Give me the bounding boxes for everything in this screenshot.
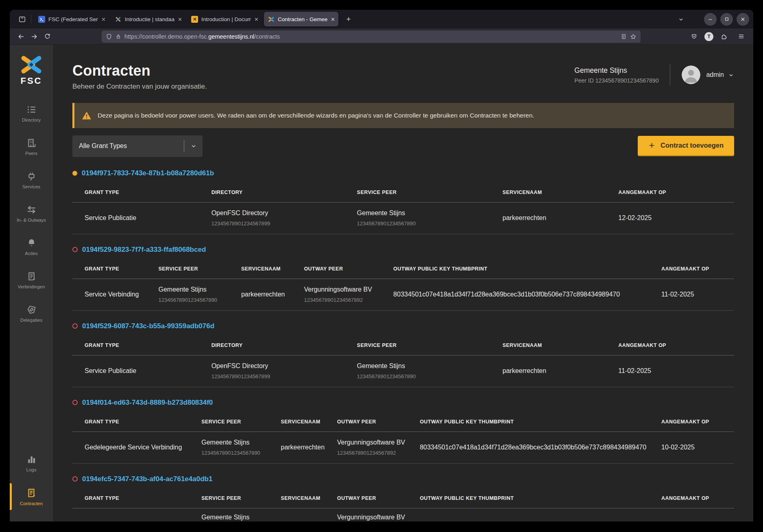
- cell-main: Service Publicatie: [85, 367, 207, 375]
- extensions-puzzle-icon[interactable]: [717, 31, 730, 43]
- column-header: SERVICENAAM: [241, 259, 304, 279]
- back-button[interactable]: [15, 31, 28, 43]
- page-header-right: Gemeente Stijns Peer ID 1234567890123456…: [574, 64, 734, 85]
- url-bar[interactable]: https://controller.demo.open-fsc.gemeent…: [102, 31, 641, 43]
- forward-button[interactable]: [28, 31, 41, 43]
- tab-contracten-active[interactable]: Contracten - Gemeente S: [264, 12, 338, 26]
- column-header: AANGEMAAKT OP: [661, 488, 734, 508]
- lock-icon[interactable]: [116, 34, 121, 39]
- tab-documentation[interactable]: Introduction | Documenta: [187, 12, 262, 26]
- reload-button[interactable]: [41, 31, 54, 43]
- table-row[interactable]: Gedelegeerde Service Verbinding Gemeente…: [72, 432, 734, 463]
- sidebar-item-delegaties[interactable]: Delegaties: [10, 297, 53, 330]
- contract-id-link[interactable]: 0194f529-6087-743c-b55a-99359adb076d: [82, 322, 214, 330]
- cell-main: Service Publicatie: [85, 214, 207, 222]
- contract-id-link[interactable]: 0194efc5-7347-743b-af04-ac761e4a0db1: [82, 475, 212, 483]
- tab-fsc-docs[interactable]: FSC (Federated Service C: [35, 12, 109, 26]
- url-text[interactable]: https://controller.demo.open-fsc.gemeent…: [124, 33, 617, 40]
- firefox-view-button[interactable]: [15, 13, 28, 26]
- bell-icon: [26, 238, 37, 248]
- minimize-button[interactable]: [704, 13, 717, 26]
- page-subtitle: Beheer de Contracten van jouw organisati…: [72, 83, 207, 91]
- avatar[interactable]: [682, 65, 700, 84]
- account-badge[interactable]: T: [704, 32, 713, 41]
- cell-main: Gemeente Stijns: [201, 439, 277, 446]
- pocket-icon[interactable]: [687, 31, 700, 43]
- page-header: Contracten Beheer de Contracten van jouw…: [72, 63, 734, 91]
- chevron-down-icon: [678, 16, 684, 22]
- contract-id-link[interactable]: 0194f971-7833-743e-87b1-b08a7280d61b: [82, 169, 214, 177]
- sidebar-item-logs[interactable]: Logs: [10, 447, 53, 480]
- contract-id-link[interactable]: 0194f014-ed63-743d-8889-b273d80834f0: [82, 399, 213, 407]
- tab-standaard-nl[interactable]: Introductie | standaard.nl: [111, 12, 185, 26]
- window-controls: [678, 13, 749, 26]
- sidebar-item-in-outways[interactable]: In- & Outways: [10, 197, 53, 230]
- bookmark-star-icon[interactable]: [630, 33, 637, 40]
- sidebar-item-peers[interactable]: Peers: [10, 130, 53, 164]
- column-header: GRANT TYPE: [72, 259, 159, 279]
- fsc-logo[interactable]: FSC: [20, 55, 43, 86]
- column-header: GRANT TYPE: [72, 488, 201, 508]
- cell-sub: 12345678901234567890: [201, 450, 277, 456]
- column-header: SERVICE PEER: [201, 488, 281, 508]
- shield-icon[interactable]: [106, 33, 112, 40]
- user-menu[interactable]: admin: [706, 71, 734, 78]
- cell-main: 12-02-2025: [618, 214, 730, 222]
- table-row[interactable]: Gemeente Stijns Vergunningsoftware BV: [72, 508, 734, 521]
- table-row[interactable]: Service Verbinding Gemeente Stijns123456…: [72, 279, 734, 310]
- sidebar-item-label: Verbindingen: [17, 284, 45, 289]
- contract-section: 0194efc5-7347-743b-af04-ac761e4a0db1 GRA…: [72, 475, 734, 521]
- list-all-tabs-button[interactable]: [678, 16, 684, 22]
- sidebar-item-contracten[interactable]: Contracten: [10, 480, 53, 513]
- cell-main: parkeerrechten: [503, 214, 615, 222]
- grant-type-dropdown[interactable]: Alle Grant Types: [72, 135, 203, 157]
- sidebar-nav: Directory Peers Services In- & Outways A…: [10, 97, 53, 330]
- add-contract-label: Contract toevoegen: [661, 142, 724, 149]
- new-tab-button[interactable]: [342, 13, 355, 26]
- column-header: AANGEMAAKT OP: [618, 335, 734, 355]
- tab-close-icon[interactable]: [178, 17, 182, 22]
- cell-sub: 12345678901234567890: [357, 373, 499, 379]
- plus-icon: [346, 16, 351, 22]
- cell-main: Gemeente Stijns: [201, 514, 277, 521]
- warning-triangle-icon: [82, 111, 92, 120]
- sidebar-item-directory[interactable]: Directory: [10, 97, 53, 130]
- contract-head: 0194efc5-7347-743b-af04-ac761e4a0db1: [72, 475, 734, 483]
- sidebar-item-label: Acties: [25, 251, 37, 256]
- contract-document-icon: [26, 488, 37, 498]
- sidebar-item-services[interactable]: Services: [10, 164, 53, 197]
- contract-head: 0194f971-7833-743e-87b1-b08a7280d61b: [72, 169, 734, 177]
- sidebar-item-label: Services: [22, 184, 40, 189]
- cell-main: Gedelegeerde Service Verbinding: [85, 444, 197, 451]
- status-inactive-icon: [72, 476, 78, 482]
- page-content: FSC Directory Peers Services In- & Out: [10, 45, 753, 521]
- tab-close-icon[interactable]: [331, 17, 335, 22]
- cell-main: parkeerrechten: [281, 444, 333, 451]
- sidebar-item-verbindingen[interactable]: Verbindingen: [10, 264, 53, 297]
- tab-close-icon[interactable]: [101, 17, 106, 22]
- column-header: OUTWAY PUBLIC KEY THUMBPRINT: [420, 488, 661, 508]
- maximize-button[interactable]: [720, 13, 733, 26]
- column-header: OUTWAY PUBLIC KEY THUMBPRINT: [420, 412, 661, 432]
- fsc-favicon-icon: [268, 16, 275, 23]
- contract-id-link[interactable]: 0194f529-9823-7f7f-a333-ffaf8068bced: [82, 246, 206, 254]
- url-prefix: https://controller.demo.open-fsc.: [124, 33, 208, 40]
- menu-hamburger-icon[interactable]: [735, 31, 748, 43]
- close-window-button[interactable]: [737, 13, 749, 26]
- table-header-row: GRANT TYPE SERVICE PEER SERVICENAAM OUTW…: [72, 488, 734, 508]
- table-row[interactable]: Service Publicatie OpenFSC Directory1234…: [72, 355, 734, 387]
- sidebar-item-label: Logs: [26, 467, 37, 472]
- column-header: OUTWAY PEER: [337, 488, 420, 508]
- add-contract-button[interactable]: Contract toevoegen: [638, 136, 734, 156]
- cell-main: Vergunningsoftware BV: [304, 286, 389, 293]
- contract-table: GRANT TYPE SERVICE PEER SERVICENAAM OUTW…: [72, 259, 734, 311]
- tab-close-icon[interactable]: [254, 17, 259, 22]
- column-header: OUTWAY PEER: [304, 259, 393, 279]
- reader-mode-icon[interactable]: [621, 33, 627, 39]
- column-header: SERVICENAAM: [281, 488, 337, 508]
- user-avatar-icon: [682, 65, 700, 84]
- url-toolbar: https://controller.demo.open-fsc.gemeent…: [10, 28, 753, 45]
- table-row[interactable]: Service Publicatie OpenFSC Directory1234…: [72, 202, 734, 234]
- arrows-left-right-icon: [26, 205, 37, 215]
- sidebar-item-acties[interactable]: Acties: [10, 230, 53, 264]
